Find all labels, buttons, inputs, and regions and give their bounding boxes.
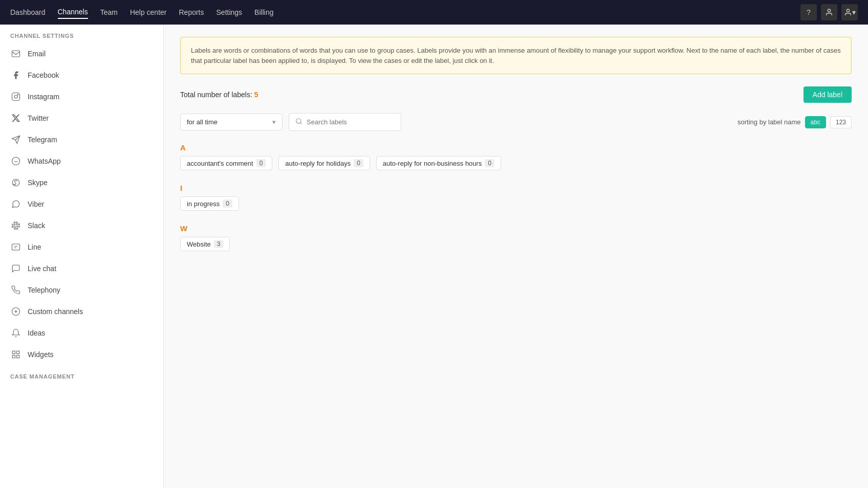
dropdown-arrow-icon: ▾ [272, 118, 276, 126]
search-icon [295, 118, 302, 126]
time-filter-dropdown[interactable]: for all time ▾ [180, 114, 283, 130]
help-icon-button[interactable]: ? [800, 4, 817, 20]
add-label-button[interactable]: Add label [804, 86, 852, 103]
livechat-icon [10, 263, 21, 274]
email-icon [10, 48, 21, 59]
channel-settings-title: CHANNEL SETTINGS [0, 25, 163, 43]
whatsapp-icon [10, 156, 21, 167]
nav-reports[interactable]: Reports [179, 6, 204, 18]
label-count-badge: 0 [485, 159, 494, 167]
label-name: auto-reply for holidays [285, 160, 351, 167]
label-in-progress[interactable]: in progress 0 [180, 196, 239, 211]
label-name: auto-reply for non-business hours [383, 160, 482, 167]
twitter-icon [10, 113, 21, 124]
sidebar-item-email[interactable]: Email [0, 43, 163, 64]
user-menu-button[interactable]: ▾ [841, 4, 858, 20]
sidebar-item-instagram[interactable]: Instagram [0, 86, 163, 107]
svg-point-5 [17, 94, 18, 95]
sidebar-item-label-facebook: Facebook [28, 71, 59, 79]
group-i-labels: in progress 0 [180, 196, 852, 214]
sidebar-item-label-twitter: Twitter [28, 114, 49, 122]
labels-group-a: A accountant's comment 0 auto-reply for … [180, 143, 852, 173]
labels-group-i: I in progress 0 [180, 184, 852, 214]
svg-rect-14 [17, 356, 19, 358]
nav-settings[interactable]: Settings [216, 6, 243, 18]
label-auto-reply-holidays[interactable]: auto-reply for holidays 0 [278, 156, 370, 170]
svg-rect-13 [17, 351, 19, 353]
sidebar-item-viber[interactable]: Viber [0, 193, 163, 215]
label-accountants-comment[interactable]: accountant's comment 0 [180, 156, 272, 170]
labels-list: A accountant's comment 0 auto-reply for … [180, 143, 852, 254]
svg-rect-8 [12, 244, 20, 250]
slack-icon [10, 220, 21, 231]
search-box [289, 113, 401, 131]
nav-channels[interactable]: Channels [58, 6, 88, 19]
label-auto-reply-non-business[interactable]: auto-reply for non-business hours 0 [376, 156, 501, 170]
svg-rect-2 [12, 51, 20, 57]
sorting-area: sorting by label name abc 123 [737, 116, 852, 128]
sidebar-item-livechat[interactable]: Live chat [0, 258, 163, 279]
sidebar-item-whatsapp[interactable]: WhatsApp [0, 150, 163, 172]
group-letter-a: A [180, 143, 852, 152]
label-name: Website [187, 240, 211, 248]
sidebar-item-custom[interactable]: Custom channels [0, 301, 163, 322]
sidebar-item-telephony[interactable]: Telephony [0, 279, 163, 301]
sort-123-button[interactable]: 123 [830, 116, 852, 128]
svg-rect-3 [12, 93, 20, 101]
sidebar-item-label-whatsapp: WhatsApp [28, 157, 61, 165]
telephony-icon [10, 284, 21, 296]
label-count-display: Total number of labels: 5 [180, 91, 258, 99]
svg-rect-12 [12, 351, 15, 353]
svg-point-6 [12, 158, 20, 165]
sidebar-item-label-widgets: Widgets [28, 350, 54, 359]
case-management-title: CASE MANAGEMENT [0, 365, 163, 384]
svg-point-1 [847, 9, 849, 12]
sidebar-item-label-skype: Skype [28, 179, 48, 187]
sidebar-item-ideas[interactable]: Ideas [0, 322, 163, 344]
label-name: in progress [187, 200, 220, 208]
info-banner: Labels are words or combinations of word… [180, 37, 852, 74]
sidebar-item-label-ideas: Ideas [28, 329, 45, 337]
label-website[interactable]: Website 3 [180, 237, 230, 251]
sidebar-item-skype[interactable]: Skype [0, 172, 163, 193]
label-count-badge: 3 [214, 240, 224, 248]
time-filter-value: for all time [187, 118, 218, 126]
sidebar-item-line[interactable]: Line [0, 236, 163, 258]
sort-abc-button[interactable]: abc [805, 116, 826, 128]
nav-right-icons: ? ▾ [800, 4, 858, 20]
sidebar-item-label-email: Email [28, 50, 46, 58]
sidebar-item-slack[interactable]: Slack [0, 215, 163, 236]
top-navigation: Dashboard Channels Team Help center Repo… [0, 0, 868, 25]
svg-point-0 [828, 9, 830, 12]
group-letter-i: I [180, 184, 852, 192]
label-count-badge: 0 [256, 159, 266, 167]
sidebar-item-telegram[interactable]: Telegram [0, 129, 163, 150]
telegram-icon [10, 134, 21, 145]
search-labels-input[interactable] [307, 118, 395, 126]
sidebar-item-label-line: Line [28, 243, 41, 251]
ideas-icon [10, 327, 21, 339]
main-content: Labels are words or combinations of word… [164, 25, 868, 488]
label-count-badge: 0 [354, 159, 363, 167]
nav-help-center[interactable]: Help center [130, 6, 167, 18]
nav-team[interactable]: Team [100, 6, 118, 18]
sidebar: CHANNEL SETTINGS Email Facebook Instagra… [0, 25, 164, 488]
nav-dashboard[interactable]: Dashboard [10, 6, 46, 18]
sidebar-item-facebook[interactable]: Facebook [0, 64, 163, 86]
sidebar-item-label-instagram: Instagram [28, 93, 59, 101]
sidebar-item-widgets[interactable]: Widgets [0, 344, 163, 365]
svg-point-16 [296, 119, 301, 123]
group-letter-w: W [180, 224, 852, 233]
sidebar-item-twitter[interactable]: Twitter [0, 107, 163, 129]
sorting-label-text: sorting by label name [737, 118, 801, 126]
facebook-icon [10, 70, 21, 81]
group-a-labels: accountant's comment 0 auto-reply for ho… [180, 156, 852, 173]
notifications-icon-button[interactable] [821, 4, 837, 20]
label-count-label: Total number of labels: [180, 91, 252, 99]
svg-point-4 [14, 95, 17, 98]
svg-rect-15 [12, 356, 15, 358]
nav-billing[interactable]: Billing [254, 6, 273, 18]
label-count-badge: 0 [223, 199, 232, 208]
label-count-row: Total number of labels: 5 Add label [180, 86, 852, 103]
sidebar-item-label-livechat: Live chat [28, 264, 56, 273]
